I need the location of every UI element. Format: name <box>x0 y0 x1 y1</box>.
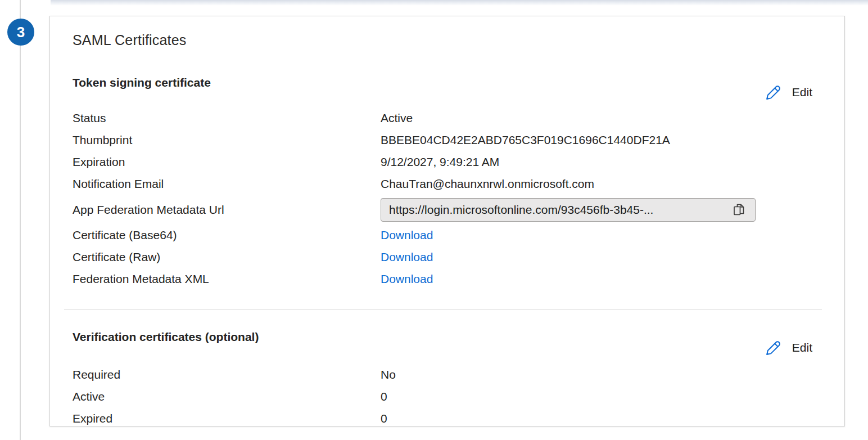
app-federation-metadata-url-label: App Federation Metadata Url <box>73 203 381 217</box>
token-signing-certificate-heading: Token signing certificate <box>73 75 211 90</box>
required-label: Required <box>73 368 381 381</box>
status-row: Status Active <box>73 107 822 129</box>
expiration-row: Expiration 9/12/2027, 9:49:21 AM <box>73 151 822 173</box>
saml-certificates-card: SAML Certificates Token signing certific… <box>49 16 845 426</box>
download-federation-metadata-xml-link[interactable]: Download <box>381 272 433 286</box>
active-row: Active 0 <box>73 386 822 408</box>
card-title: SAML Certificates <box>73 32 822 48</box>
token-signing-certificate-rows: Status Active Thumbprint BBEBE04CD42E2AB… <box>73 107 822 290</box>
verification-certificates-heading: Verification certificates (optional) <box>73 330 259 344</box>
thumbprint-value: BBEBE04CD42E2ABD765C3F019C1696C1440DF21A <box>381 133 670 147</box>
verification-certificates-rows: Required No Active 0 Expired 0 <box>73 364 822 430</box>
edit-token-signing-certificate-button[interactable]: Edit <box>764 83 812 101</box>
edit-button-label: Edit <box>792 341 812 354</box>
expiration-label: Expiration <box>73 155 381 169</box>
thumbprint-label: Thumbprint <box>73 133 381 147</box>
certificate-raw-row: Certificate (Raw) Download <box>73 246 822 268</box>
copy-icon[interactable] <box>731 203 746 217</box>
pencil-icon <box>764 83 782 101</box>
notification-email-label: Notification Email <box>73 177 381 191</box>
edit-button-label: Edit <box>792 86 812 99</box>
certificate-base64-label: Certificate (Base64) <box>73 228 381 242</box>
notification-email-row: Notification Email ChauTran@chaunxnrwl.o… <box>73 173 822 195</box>
expired-label: Expired <box>73 412 381 425</box>
active-value: 0 <box>381 390 387 403</box>
active-label: Active <box>73 390 381 403</box>
notification-email-value: ChauTran@chaunxnrwl.onmicrosoft.com <box>381 177 594 191</box>
app-federation-metadata-url-field[interactable]: https://login.microsoftonline.com/93c456… <box>381 198 756 222</box>
step-number: 3 <box>17 24 25 41</box>
app-federation-metadata-url-value: https://login.microsoftonline.com/93c456… <box>389 203 653 217</box>
thumbprint-row: Thumbprint BBEBE04CD42E2ABD765C3F019C169… <box>73 129 822 151</box>
status-value: Active <box>381 111 413 125</box>
federation-metadata-xml-row: Federation Metadata XML Download <box>73 268 822 290</box>
pencil-icon <box>764 339 782 357</box>
step-connector-line <box>20 0 21 440</box>
expired-value: 0 <box>381 412 387 425</box>
certificate-raw-label: Certificate (Raw) <box>73 250 381 264</box>
step-number-badge: 3 <box>7 19 34 46</box>
expired-row: Expired 0 <box>73 408 822 430</box>
verification-certificates-section-header: Verification certificates (optional) Edi… <box>73 330 822 357</box>
certificate-base64-row: Certificate (Base64) Download <box>73 225 822 246</box>
required-row: Required No <box>73 364 822 386</box>
federation-metadata-xml-label: Federation Metadata XML <box>73 272 381 286</box>
section-divider <box>64 309 822 309</box>
previous-card-bottom-edge <box>51 0 868 6</box>
token-signing-certificate-section-header: Token signing certificate Edit <box>73 75 822 101</box>
expiration-value: 9/12/2027, 9:49:21 AM <box>381 155 499 169</box>
edit-verification-certificates-button[interactable]: Edit <box>764 339 812 357</box>
download-certificate-base64-link[interactable]: Download <box>381 228 433 242</box>
download-certificate-raw-link[interactable]: Download <box>381 250 433 264</box>
required-value: No <box>381 368 396 381</box>
app-federation-metadata-url-row: App Federation Metadata Url https://logi… <box>73 195 822 225</box>
status-label: Status <box>73 111 381 125</box>
